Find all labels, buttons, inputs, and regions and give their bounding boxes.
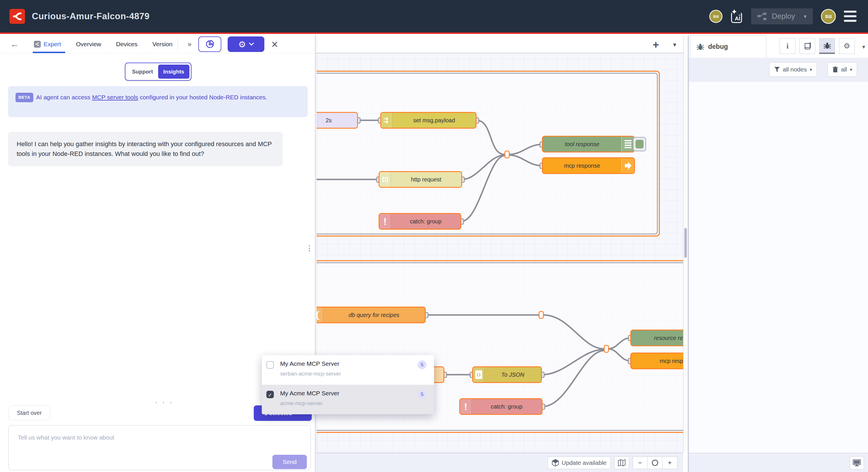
panel-tab-bar: ← Expert Overview Devices Version » ⚙ × xyxy=(0,35,315,53)
template-brace-icon: { xyxy=(317,307,323,322)
flow-list-caret-icon[interactable]: ▾ xyxy=(673,41,676,49)
checkbox-checked[interactable]: ✓ xyxy=(267,391,274,398)
deploy-button[interactable]: Deploy ▾ xyxy=(751,8,813,24)
main-menu-icon[interactable] xyxy=(844,11,857,22)
gear-icon: ⚙ xyxy=(238,39,246,49)
exclamation-icon: ! xyxy=(460,399,472,414)
open-debug-window-button[interactable] xyxy=(849,456,864,469)
node-to-json[interactable]: {} To JSON xyxy=(472,366,542,383)
mode-toggle: Support Insights xyxy=(125,63,191,81)
start-over-button[interactable]: Start over xyxy=(8,405,50,420)
monitor-icon xyxy=(853,460,861,466)
assistant-settings-button[interactable]: ⚙ xyxy=(228,36,265,52)
tab-overflow-icon[interactable]: » xyxy=(188,40,191,48)
divider xyxy=(178,38,178,51)
node-db-query-recipes[interactable]: { db query for recipes xyxy=(317,306,426,323)
tab-overview[interactable]: Overview xyxy=(76,35,101,53)
ai-assistant-icon[interactable]: ✦ ✧ AI xyxy=(731,9,743,24)
tab-expert[interactable]: Expert xyxy=(34,35,61,53)
mcp-server-tools-link[interactable]: MCP server tools xyxy=(92,94,138,100)
json-doc-icon: {} xyxy=(473,367,485,382)
flow-tab-bar[interactable]: + ▾ xyxy=(317,35,683,53)
caret-down-icon: ▾ xyxy=(850,67,852,72)
node-catch-group-2[interactable]: ! catch: group xyxy=(459,398,542,415)
debug-filter-row: all nodes ▾ all ▾ xyxy=(689,58,868,82)
settings-tab-button[interactable]: ⚙ xyxy=(839,38,855,54)
sidebar-bottom-bar xyxy=(689,453,868,472)
panel-resize-handle[interactable]: ⋮ xyxy=(306,245,313,251)
node-mcp-response-top[interactable]: mcp response xyxy=(542,157,635,174)
info-tab-button[interactable]: i xyxy=(780,38,795,54)
minimap-button[interactable] xyxy=(614,456,629,469)
deploy-caret-icon[interactable]: ▾ xyxy=(804,13,807,20)
canvas-status-bar: Update available − + xyxy=(317,453,683,472)
pie-chart-icon xyxy=(206,40,214,49)
node-catch-group-1[interactable]: ! catch: group xyxy=(379,213,461,230)
sidebar-header: debug i ⚙ ▾ xyxy=(689,35,868,58)
tab-version[interactable]: Version xyxy=(152,35,173,53)
trash-icon xyxy=(832,66,838,72)
zoom-reset-button[interactable] xyxy=(648,456,662,469)
group-mcp-tools[interactable] xyxy=(317,71,659,236)
back-button[interactable]: ← xyxy=(10,39,19,49)
node-delay-2s[interactable]: 2s xyxy=(317,112,358,129)
deploy-flow-icon xyxy=(757,12,767,20)
tab-devices[interactable]: Devices xyxy=(116,35,137,53)
change-icon xyxy=(381,113,393,128)
debug-enable-toggle[interactable] xyxy=(633,137,646,151)
add-flow-button[interactable]: + xyxy=(653,39,659,51)
node-change-set-payload[interactable]: set msg.payload xyxy=(380,112,476,129)
filter-nodes-button[interactable]: all nodes ▾ xyxy=(769,62,817,77)
scrollbar-thumb[interactable] xyxy=(684,228,687,258)
node-debug-tool-response[interactable]: tool response xyxy=(542,136,635,152)
mcp-server-option-2[interactable]: ✓ My Acme MCP Server acme-mcp-server 5 xyxy=(262,385,434,414)
close-panel-button[interactable]: × xyxy=(271,38,278,51)
package-icon xyxy=(552,459,559,467)
chat-input[interactable] xyxy=(8,425,311,470)
user-avatar[interactable]: su xyxy=(821,9,836,24)
assistant-greeting-message: Hello! I can help you gather insights by… xyxy=(8,132,283,166)
chevron-down-icon xyxy=(249,42,254,46)
tab-debug[interactable]: debug xyxy=(690,35,766,58)
book-icon xyxy=(804,42,811,50)
exclamation-icon: ! xyxy=(379,214,391,229)
zoom-out-button[interactable]: − xyxy=(632,456,648,469)
canvas-scrollbar[interactable] xyxy=(683,35,688,453)
tool-count-badge: 5 xyxy=(417,390,427,399)
instance-title: Curious-Amur-Falcon-4879 xyxy=(32,11,150,22)
debug-tab-button[interactable] xyxy=(819,38,835,54)
funnel-icon xyxy=(774,67,780,72)
app-header: Curious-Amur-Falcon-4879 su ✦ ✧ AI Deplo… xyxy=(0,0,868,34)
send-button[interactable]: Send xyxy=(272,455,307,469)
node-mcp-response-bottom[interactable]: mcp response xyxy=(630,353,683,369)
toggle-support[interactable]: Support xyxy=(127,65,158,79)
beta-badge: BETA xyxy=(16,93,33,102)
insights-chart-button[interactable] xyxy=(198,36,221,52)
node-http-request[interactable]: http request xyxy=(379,171,462,188)
clear-messages-button[interactable]: all ▾ xyxy=(828,62,857,77)
ai-label: AI xyxy=(735,16,740,22)
debug-console-icon xyxy=(621,137,634,152)
mcp-server-dropdown: My Acme MCP Server serban-acme-mcp-serve… xyxy=(262,355,434,414)
flowfuse-logo-icon[interactable] xyxy=(9,9,25,24)
assistant-avatar[interactable]: su xyxy=(709,10,722,23)
help-tab-button[interactable] xyxy=(799,38,815,54)
zoom-reset-icon xyxy=(652,460,658,466)
footer-drag-handle[interactable]: · · · xyxy=(155,397,174,407)
arrow-right-icon xyxy=(621,158,634,173)
bug-icon xyxy=(696,43,704,51)
caret-down-icon: ▾ xyxy=(810,67,812,72)
toggle-insights[interactable]: Insights xyxy=(158,65,189,79)
tool-count-badge: 5 xyxy=(417,360,427,369)
node-debug-resource-response[interactable]: resource response xyxy=(630,330,683,346)
expert-icon xyxy=(34,41,41,48)
sidebar-menu-caret-icon[interactable]: ▾ xyxy=(862,43,865,50)
debug-sidebar: debug i ⚙ ▾ all nodes ▾ all ▾ xyxy=(688,35,868,472)
update-available-button[interactable]: Update available xyxy=(548,456,611,469)
zoom-controls[interactable]: − + xyxy=(632,456,677,469)
mcp-server-option-1[interactable]: My Acme MCP Server serban-acme-mcp-serve… xyxy=(262,355,434,385)
beta-banner: BETAAI agent can access MCP server tools… xyxy=(8,86,308,117)
debug-messages-panel[interactable] xyxy=(689,82,868,453)
zoom-in-button[interactable]: + xyxy=(662,456,677,469)
checkbox-unchecked[interactable] xyxy=(267,361,274,368)
